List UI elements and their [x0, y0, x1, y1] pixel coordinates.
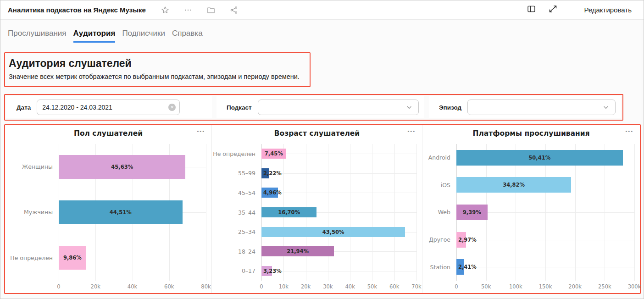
row-gridline [261, 271, 416, 271]
category-label: 55–99 [217, 164, 255, 183]
row-gridline [261, 173, 416, 174]
axis-tick-label: 20k [301, 283, 311, 290]
chart-header: Возраст слушателей ••• [217, 129, 416, 140]
podcast-select[interactable]: — [258, 100, 419, 115]
category-label: Не определен [11, 235, 53, 281]
category-label: Web [428, 199, 450, 226]
bar-value-label: 44,51% [110, 209, 132, 216]
bar-value-label: 45,63% [111, 164, 133, 170]
bar-value-label: 9,86% [63, 255, 82, 261]
axis-tick-label: 20k [91, 283, 100, 290]
bar-row: 3,23% [261, 261, 416, 281]
share-icon[interactable] [229, 6, 239, 15]
bar-row: 21,94% [261, 242, 416, 261]
bar-row: 45,63% [59, 144, 206, 189]
chart-title: Платформы прослушивания [428, 129, 634, 138]
episode-filter-label: Эпизод [439, 104, 461, 111]
category-label: 0–17 [217, 261, 255, 281]
date-input-wrap: ✕ [37, 100, 180, 115]
category-label: 18–24 [217, 242, 255, 261]
chart-body: Не определен55–9945–5435–4425–3418–240–1… [217, 144, 416, 281]
edit-button[interactable]: Редактировать [579, 3, 636, 17]
bar-row: 4,96% [261, 183, 416, 203]
bar-row: 34,82% [456, 172, 634, 199]
bar-row: 16,70% [261, 203, 416, 222]
axis-tick-label: 50k [367, 283, 377, 290]
app-window: Аналитика подкастов на Яндекс Музыке [0, 0, 644, 299]
page-description: Значение всех метрик отображается по выб… [9, 73, 302, 80]
episode-select-value: — [473, 104, 480, 111]
tab-help[interactable]: Справка [172, 29, 203, 43]
x-axis-row: 020k40k60k80k [11, 281, 206, 291]
podcast-filter-label: Подкаст [227, 104, 252, 111]
x-axis: 020k40k60k80k [59, 281, 206, 291]
x-axis-spacer [428, 281, 456, 291]
charts-panel: Пол слушателей ••• ЖенщиныМужчиныНе опре… [4, 124, 641, 294]
axis-tick-label: 60k [164, 283, 174, 290]
axis-tick-label: 60k [389, 283, 399, 290]
tab-subscribers[interactable]: Подписчики [122, 29, 165, 43]
gridline [634, 144, 635, 281]
podcast-filter: Подкаст — [217, 96, 424, 118]
axis-tick-label: 30k [323, 283, 333, 290]
category-labels: ЖенщиныМужчиныНе определен [11, 144, 59, 281]
bar-row: 2,22% [261, 164, 416, 183]
x-axis: 010k20k30k40k50k60k70k [261, 281, 416, 291]
date-range-input[interactable] [37, 100, 180, 115]
bar-row: 44,51% [59, 189, 206, 235]
topbar-right-group: Редактировать [515, 0, 636, 19]
scrollbar[interactable] [641, 20, 644, 299]
bar-value-label: 16,70% [278, 209, 300, 216]
chart-header: Пол слушателей ••• [11, 129, 206, 140]
chart-header: Платформы прослушивания ••• [428, 129, 634, 140]
x-axis-spacer [11, 281, 59, 291]
category-label: Мужчины [11, 189, 53, 235]
filters-row: Дата ✕ Подкаст — Эпизод — [4, 94, 623, 121]
category-labels: Не определен55–9945–5435–4425–3418–240–1… [217, 144, 261, 281]
fullscreen-icon[interactable] [548, 4, 558, 16]
top-bar: Аналитика подкастов на Яндекс Музыке [0, 0, 644, 20]
axis-tick-label: 0 [57, 283, 60, 290]
clear-date-icon[interactable]: ✕ [168, 104, 176, 111]
category-label: Station [428, 253, 450, 281]
row-gridline [456, 267, 634, 267]
category-label: 25–34 [217, 222, 255, 242]
axis-tick-label: 300k [628, 283, 641, 290]
axis-tick-label: 40k [128, 283, 137, 290]
star-icon[interactable] [161, 6, 170, 15]
bar-value-label: 2,97% [458, 237, 477, 243]
more-icon[interactable] [183, 6, 193, 15]
chevron-down-icon [405, 104, 413, 111]
folder-icon[interactable] [206, 6, 216, 15]
category-label: 35–44 [217, 203, 255, 222]
episode-select[interactable]: — [467, 100, 616, 115]
axis-tick-label: 150k [539, 283, 552, 290]
tab-listens[interactable]: Прослушивания [8, 29, 67, 43]
chevron-down-icon [602, 104, 610, 111]
axis-tick-label: 250k [598, 283, 611, 290]
chart-body: AndroidiOSWebДругоеStation 50,41%34,82%9… [428, 144, 634, 281]
chart-menu-icon[interactable]: ••• [625, 128, 633, 134]
axis-tick-label: 40k [345, 283, 355, 290]
x-axis-row: 010k20k30k40k50k60k70k [217, 281, 416, 291]
bar-value-label: 2,41% [458, 264, 477, 270]
bar-value-label: 50,41% [528, 155, 550, 161]
x-axis-spacer [217, 281, 261, 291]
tab-audience[interactable]: Аудитория [73, 29, 116, 43]
x-axis-row: 050k100k150k200k250k300k [428, 281, 634, 291]
row-gridline [261, 193, 416, 193]
axis-tick-label: 10k [279, 283, 289, 290]
chart-platforms: Платформы прослушивания ••• AndroidiOSWe… [422, 125, 640, 293]
bar-value-label: 21,94% [287, 248, 309, 255]
toolbar-icons [161, 6, 239, 15]
category-label: Другое [428, 226, 450, 254]
axis-tick-label: 0 [260, 283, 263, 290]
tab-bar: Прослушивания Аудитория Подписчики Справ… [0, 20, 644, 43]
chart-menu-icon[interactable]: ••• [407, 128, 416, 134]
date-filter: Дата ✕ [6, 96, 212, 118]
chart-menu-icon[interactable]: ••• [197, 128, 205, 134]
split-view-icon[interactable] [527, 4, 536, 16]
chart-age: Возраст слушателей ••• Не определен55–99… [211, 125, 422, 293]
axis-tick-label: 50k [481, 283, 491, 290]
axis-tick-label: 70k [411, 283, 421, 290]
